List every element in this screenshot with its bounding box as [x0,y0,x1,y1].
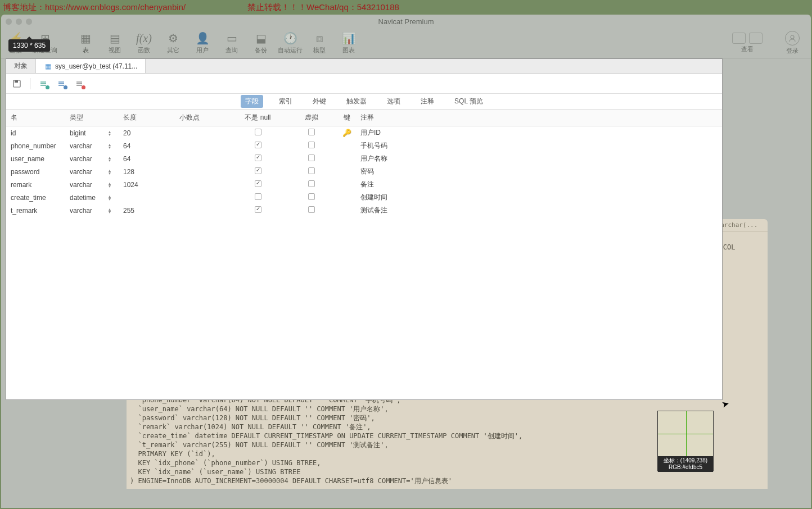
field-name[interactable]: create_time [6,191,65,204]
field-type[interactable]: varchar▴▾ [65,139,119,152]
field-name[interactable]: t_remark [6,204,65,217]
tab-objects[interactable]: 对象 [6,59,36,73]
add-field-icon[interactable] [38,79,48,89]
field-row[interactable]: phone_number varchar▴▾ 64 手机号码 [6,139,722,152]
field-type[interactable]: varchar▴▾ [65,204,119,217]
toolbar-function[interactable]: f(x) 函数 [129,31,159,54]
tab-fields[interactable]: 字段 [241,95,263,108]
field-row[interactable]: t_remark varchar▴▾ 255 测试备注 [6,204,722,217]
toolbar-other[interactable]: ⚙ 其它 [159,31,188,54]
field-decimals[interactable] [175,191,231,204]
tab-sys-user[interactable]: ▦ sys_user@yb_test (47.11... [36,59,146,73]
field-length[interactable]: 1024 [119,178,175,191]
field-row[interactable]: remark varchar▴▾ 1024 备注 [6,178,722,191]
header-length[interactable]: 长度 [119,110,175,126]
field-type[interactable]: bigint▴▾ [65,126,119,140]
header-virtual[interactable]: 虚拟 [285,110,338,126]
tab-sql-preview[interactable]: SQL 预览 [450,95,488,108]
field-not-null[interactable] [231,139,285,152]
field-comment[interactable]: 创建时间 [356,191,722,204]
field-key[interactable] [338,191,356,204]
header-type[interactable]: 类型 [65,110,119,126]
tab-options[interactable]: 选项 [382,95,405,108]
save-icon[interactable] [12,79,22,89]
window-titlebar[interactable]: Navicat Premium [1,15,811,28]
insert-field-icon[interactable] [56,79,66,89]
tab-foreign-keys[interactable]: 外键 [308,95,331,108]
field-name[interactable]: phone_number [6,139,65,152]
field-length[interactable]: 64 [119,152,175,165]
field-length[interactable]: 255 [119,204,175,217]
header-comment[interactable]: 注释 [356,110,722,126]
toolbar-backup[interactable]: ⬓ 备份 [246,31,276,54]
field-comment[interactable]: 用户名称 [356,152,722,165]
field-name[interactable]: password [6,165,65,178]
field-key[interactable] [338,165,356,178]
field-not-null[interactable] [231,165,285,178]
toolbar-query[interactable]: ▭ 查询 [217,31,246,54]
field-length[interactable] [119,191,175,204]
field-comment[interactable]: 备注 [356,178,722,191]
field-type[interactable]: varchar▴▾ [65,152,119,165]
field-row[interactable]: user_name varchar▴▾ 64 用户名称 [6,152,722,165]
field-decimals[interactable] [175,204,231,217]
field-decimals[interactable] [175,152,231,165]
field-name[interactable]: remark [6,178,65,191]
field-comment[interactable]: 密码 [356,165,722,178]
toolbar-view[interactable]: ▤ 视图 [100,31,129,54]
field-virtual[interactable] [285,126,338,140]
minimize-button[interactable] [16,19,22,25]
field-length[interactable]: 64 [119,139,175,152]
field-not-null[interactable] [231,152,285,165]
field-comment[interactable]: 手机号码 [356,139,722,152]
field-virtual[interactable] [285,204,338,217]
field-comment[interactable]: 测试备注 [356,204,722,217]
field-key[interactable]: 🔑 [338,126,356,140]
view-mode-2[interactable] [749,33,763,44]
toolbar-auto[interactable]: 🕐 自动运行 [276,31,305,54]
toolbar-model[interactable]: ⧈ 模型 [305,31,334,54]
header-decimals[interactable]: 小数点 [175,110,231,126]
field-key[interactable] [338,204,356,217]
header-name[interactable]: 名 [6,110,65,126]
field-name[interactable]: id [6,126,65,140]
field-row[interactable]: id bigint▴▾ 20 🔑 用户ID [6,126,722,140]
field-virtual[interactable] [285,152,338,165]
toolbar-user[interactable]: 👤 用户 [188,31,217,54]
field-virtual[interactable] [285,139,338,152]
field-virtual[interactable] [285,178,338,191]
field-type[interactable]: varchar▴▾ [65,178,119,191]
header-key[interactable]: 键 [338,110,356,126]
delete-field-icon[interactable] [74,79,84,89]
tab-indexes[interactable]: 索引 [274,95,297,108]
field-not-null[interactable] [231,191,285,204]
toolbar-chart[interactable]: 📊 图表 [334,31,363,54]
field-virtual[interactable] [285,191,338,204]
tab-triggers[interactable]: 触发器 [342,95,371,108]
header-not-null[interactable]: 不是 null [231,110,285,126]
field-row[interactable]: create_time datetime▴▾ 创建时间 [6,191,722,204]
tab-comments[interactable]: 注释 [416,95,439,108]
field-not-null[interactable] [231,204,285,217]
field-decimals[interactable] [175,178,231,191]
field-length[interactable]: 20 [119,126,175,140]
field-row[interactable]: password varchar▴▾ 128 密码 [6,165,722,178]
field-virtual[interactable] [285,165,338,178]
field-not-null[interactable] [231,126,285,140]
field-name[interactable]: user_name [6,152,65,165]
field-type[interactable]: datetime▴▾ [65,191,119,204]
colorpicker-widget[interactable]: 坐标：(1409,238) RGB:#dfdbc5 [657,411,714,471]
field-key[interactable] [338,178,356,191]
toolbar-table[interactable]: ▦ 表 [71,31,100,54]
field-type[interactable]: varchar▴▾ [65,165,119,178]
field-decimals[interactable] [175,165,231,178]
field-length[interactable]: 128 [119,165,175,178]
field-decimals[interactable] [175,139,231,152]
close-button[interactable] [6,19,12,25]
field-key[interactable] [338,139,356,152]
view-mode-1[interactable] [732,33,746,44]
maximize-button[interactable] [26,19,32,25]
field-decimals[interactable] [175,126,231,140]
avatar-icon[interactable] [785,31,800,46]
field-key[interactable] [338,152,356,165]
